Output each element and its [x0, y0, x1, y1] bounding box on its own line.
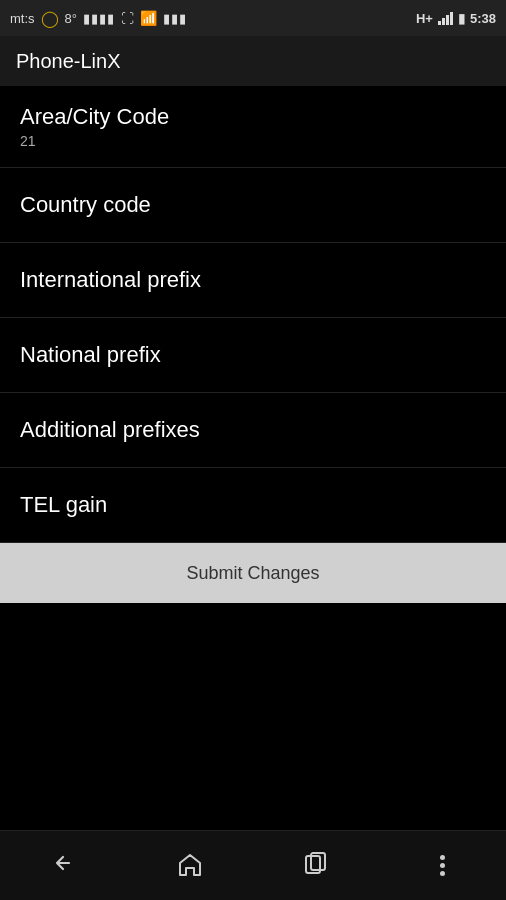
nav-bar [0, 830, 506, 900]
area-city-code-title: Area/City Code [20, 104, 486, 130]
status-text: mt:s [10, 11, 35, 26]
area-city-code-value: 21 [20, 133, 486, 149]
international-prefix-title: International prefix [20, 267, 486, 293]
submit-changes-button[interactable]: Submit Changes [0, 543, 506, 603]
tel-gain-title: TEL gain [20, 492, 486, 518]
list-item-area-city-code[interactable]: Area/City Code 21 [0, 86, 506, 168]
wifi-icon: 📶 [140, 10, 157, 26]
content-area: Area/City Code 21 Country code Internati… [0, 86, 506, 830]
list-item-additional-prefixes[interactable]: Additional prefixes [0, 393, 506, 468]
bars-icon: ▮▮▮▮ [83, 11, 115, 26]
nav-more-button[interactable] [413, 841, 473, 891]
additional-prefixes-title: Additional prefixes [20, 417, 486, 443]
list-item-tel-gain[interactable]: TEL gain [0, 468, 506, 543]
cell-signal-icon [438, 11, 453, 25]
list-item-national-prefix[interactable]: National prefix [0, 318, 506, 393]
temperature: 8° [65, 11, 77, 26]
national-prefix-title: National prefix [20, 342, 486, 368]
nav-home-button[interactable] [160, 841, 220, 891]
image-icon: ⛶ [121, 11, 134, 26]
status-bar-right: H+ ▮ 5:38 [416, 11, 496, 26]
recent-icon [303, 851, 329, 881]
nav-recent-button[interactable] [286, 841, 346, 891]
list-item-country-code[interactable]: Country code [0, 168, 506, 243]
signal-icon: ▮▮▮ [163, 11, 187, 26]
more-icon [440, 855, 445, 876]
time: 5:38 [470, 11, 496, 26]
back-icon [49, 851, 77, 881]
list-item-international-prefix[interactable]: International prefix [0, 243, 506, 318]
country-code-title: Country code [20, 192, 486, 218]
status-bar-left: mt:s ◯ 8° ▮▮▮▮ ⛶ 📶 ▮▮▮ [10, 9, 187, 28]
home-icon [176, 851, 204, 881]
nav-back-button[interactable] [33, 841, 93, 891]
app-bar: Phone-LinX [0, 36, 506, 86]
network-type: H+ [416, 11, 433, 26]
status-bar: mt:s ◯ 8° ▮▮▮▮ ⛶ 📶 ▮▮▮ H+ ▮ 5:38 [0, 0, 506, 36]
battery-icon: ▮ [458, 11, 465, 26]
status-icon-circle: ◯ [41, 9, 59, 28]
app-title: Phone-LinX [16, 50, 121, 73]
